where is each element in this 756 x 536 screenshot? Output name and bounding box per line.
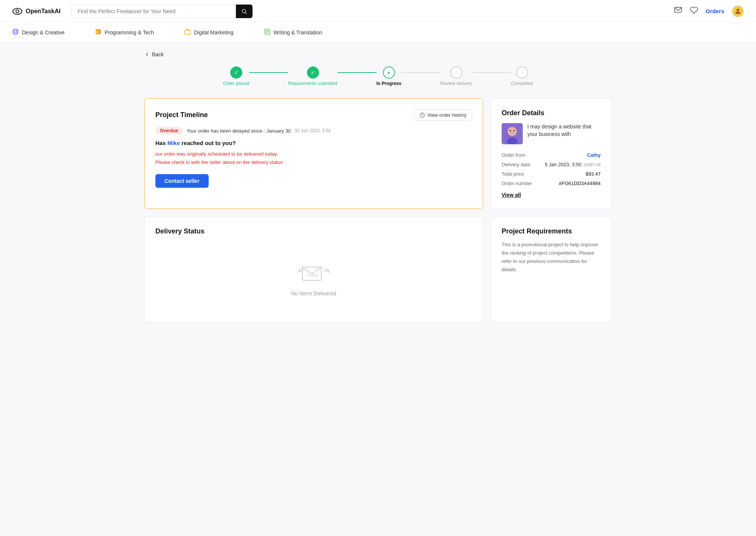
step-circle-todo-2: ○: [516, 66, 528, 79]
project-req-title: Project Requirements: [502, 227, 601, 235]
svg-text:Nothing...: Nothing...: [307, 273, 320, 277]
timeline-title: Project Timeline: [155, 111, 208, 119]
empty-delivery-text: No Items Delivered: [291, 290, 336, 297]
total-price-value: $93.47: [537, 169, 601, 179]
overdue-date: 30 Jan 2023, 3:50: [294, 128, 331, 133]
delivery-status-title: Delivery Status: [155, 227, 472, 235]
svg-line-8: [14, 29, 15, 31]
cat-writing[interactable]: Writing & Translation: [264, 28, 322, 36]
step-label-order-placed: Order placed: [223, 81, 249, 86]
cat-marketing-label: Digital Marketing: [194, 29, 233, 36]
delivery-date-label: Delivery date: [502, 160, 537, 169]
step-label-completed: Completed: [511, 81, 533, 86]
question-prefix: Has: [155, 140, 167, 146]
svg-rect-14: [185, 30, 191, 34]
search-input[interactable]: [71, 5, 253, 18]
writing-icon: [264, 28, 271, 36]
order-number-label: Order number: [502, 179, 537, 188]
empty-delivery-icon: Nothing...: [297, 260, 331, 286]
programming-icon: a: [95, 28, 102, 36]
svg-line-10: [16, 29, 17, 31]
cat-marketing[interactable]: Digital Marketing: [184, 28, 233, 36]
header-actions: Orders: [674, 5, 744, 17]
svg-point-5: [737, 9, 739, 11]
step-label-review: Review delivery: [440, 81, 472, 86]
orders-link[interactable]: Orders: [706, 8, 724, 14]
connector-2: [338, 72, 376, 73]
order-title-row: I may design a website that your busines…: [502, 123, 601, 144]
step-in-progress: ● In Progress: [376, 66, 401, 86]
avatar[interactable]: [732, 5, 744, 17]
step-circle-done-2: ✓: [307, 66, 319, 79]
search-button[interactable]: [236, 5, 253, 18]
stepper: ✓ Order placed ✓ Requirements submitted …: [223, 66, 533, 86]
step-requirements: ✓ Requirements submitted: [288, 66, 337, 86]
svg-point-0: [13, 8, 22, 14]
main-content: Back ✓ Order placed ✓ Requirements submi…: [132, 42, 624, 332]
connector-3: [401, 72, 440, 73]
step-circle-current: ●: [383, 66, 395, 79]
order-number-value: #FO61DD3A44984: [537, 179, 601, 188]
order-from-seller[interactable]: Cathy: [587, 152, 601, 158]
step-label-in-progress: In Progress: [376, 81, 401, 86]
project-timeline-card: Project Timeline View order history Over…: [144, 98, 483, 209]
categories-nav: Design & Creative a Programming & Tech D…: [0, 23, 756, 42]
warning-text: our order was originally scheduled to be…: [155, 150, 472, 167]
overdue-text: Your order has been delayed since : Janu…: [187, 128, 291, 134]
view-all-link[interactable]: View all: [502, 192, 601, 198]
top-row: Project Timeline View order history Over…: [144, 98, 612, 209]
marketing-icon: [184, 28, 191, 36]
connector-4: [472, 72, 511, 73]
cat-writing-label: Writing & Translation: [274, 29, 322, 36]
total-price-label: Total price: [502, 169, 537, 179]
svg-line-3: [245, 12, 247, 14]
svg-line-9: [16, 32, 17, 34]
cat-design[interactable]: Design & Creative: [12, 28, 65, 37]
history-icon: [420, 113, 425, 118]
cat-programming[interactable]: a Programming & Tech: [95, 28, 154, 36]
overdue-badge: Overdue: [155, 127, 183, 134]
search-icon: [241, 8, 247, 14]
delivery-status-card: Delivery Status Nothing... No Items Deli…: [144, 216, 483, 323]
svg-point-1: [16, 10, 19, 13]
delivery-date: 5 Jan 2023, 3:50: [545, 162, 581, 167]
question-suffix: reached out to you?: [180, 140, 236, 146]
order-details-card: Order Details I may design a website tha…: [491, 98, 612, 209]
svg-rect-25: [502, 123, 523, 144]
logo[interactable]: OpenTaskAI: [12, 6, 60, 17]
timeline-header: Project Timeline View order history: [155, 109, 472, 121]
step-label-requirements: Requirements submitted: [288, 81, 337, 86]
header: OpenTaskAI Orders: [0, 0, 756, 23]
back-label: Back: [152, 51, 164, 57]
contact-seller-button[interactable]: Contact seller: [155, 174, 209, 188]
heart-icon[interactable]: [690, 6, 698, 16]
warning-line2: Please check in with the seller about on…: [155, 158, 472, 167]
step-circle-todo-1: ○: [450, 66, 462, 79]
connector-1: [249, 72, 288, 73]
order-from-label: Order from: [502, 150, 537, 160]
search-bar: [71, 5, 253, 18]
seller-link[interactable]: Mike: [167, 140, 180, 146]
project-req-text: This is a promotional project to help im…: [502, 241, 601, 274]
cat-programming-label: Programming & Tech: [105, 29, 154, 36]
logo-text: OpenTaskAI: [26, 8, 60, 15]
overdue-row: Overdue Your order has been delayed sinc…: [155, 127, 472, 134]
bottom-row: Delivery Status Nothing... No Items Deli…: [144, 216, 612, 323]
step-order-placed: ✓ Order placed: [223, 66, 249, 86]
project-requirements-card: Project Requirements This is a promotion…: [491, 216, 612, 323]
svg-line-11: [14, 32, 15, 34]
design-icon: [12, 28, 19, 37]
view-history-button[interactable]: View order history: [414, 109, 472, 121]
order-from-value: Cathy: [537, 150, 601, 160]
message-icon[interactable]: [674, 6, 682, 16]
delivery-date-tz: (GMT+8): [584, 162, 601, 167]
step-completed: ○ Completed: [511, 66, 533, 86]
delivery-date-value: 5 Jan 2023, 3:50 (GMT+8): [537, 160, 601, 169]
svg-point-2: [242, 9, 246, 12]
back-link[interactable]: Back: [144, 51, 612, 57]
back-arrow-icon: [144, 52, 150, 57]
step-circle-done: ✓: [230, 66, 242, 79]
order-details-title: Order Details: [502, 109, 601, 117]
contact-btn-label: Contact seller: [164, 178, 200, 184]
order-details-table: Order from Cathy Delivery date 5 Jan 202…: [502, 150, 601, 188]
